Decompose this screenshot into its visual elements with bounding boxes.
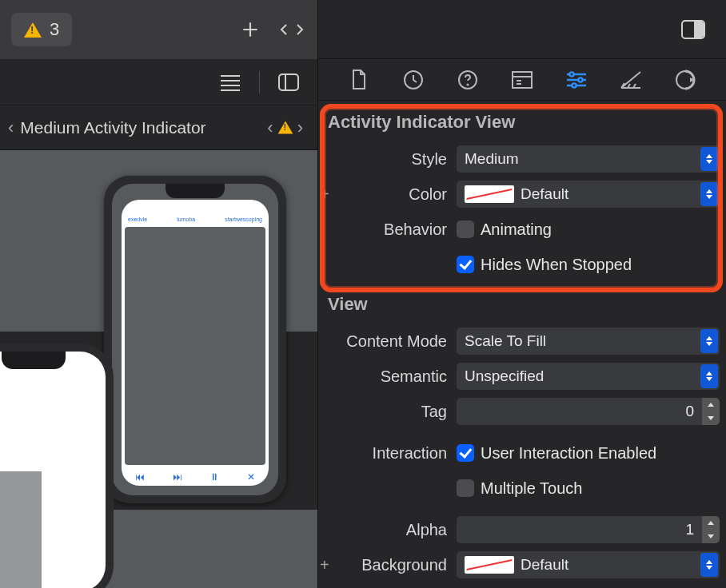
background-value: Default <box>521 556 568 574</box>
tag-label: Tag <box>325 403 449 421</box>
warning-icon <box>277 121 293 133</box>
user-interaction-label: User Interaction Enabled <box>481 444 656 463</box>
svg-rect-0 <box>279 74 298 90</box>
help-inspector-tab-icon[interactable] <box>457 69 479 91</box>
hides-when-stopped-checkbox[interactable] <box>457 256 474 273</box>
scene-phone-partial[interactable]: 이동 oding <box>0 352 106 588</box>
identity-inspector-tab-icon[interactable] <box>511 69 533 91</box>
popup-arrows-icon <box>700 147 718 171</box>
add-constraint-icon[interactable]: + <box>320 185 329 204</box>
breadcrumb-bar: ‹ Medium Activity Indicator ‹ › <box>0 105 317 150</box>
svg-point-5 <box>569 72 573 76</box>
breadcrumb-back-icon[interactable]: ‹ <box>8 119 14 137</box>
popup-arrows-icon <box>700 553 718 577</box>
warning-icon <box>24 22 42 38</box>
phone-body-preview <box>125 227 265 465</box>
canvas-pane: 3 ‹ Medium Activity Indicator ‹ › <box>0 0 317 588</box>
style-label: Style <box>325 150 449 169</box>
animating-checkbox[interactable] <box>457 220 474 238</box>
issues-pill[interactable]: 3 <box>11 13 72 46</box>
semantic-value: Unspecified <box>465 368 544 385</box>
svg-rect-4 <box>513 72 532 88</box>
phone-top-links: exedvlelumobastartwescoping <box>122 200 269 224</box>
style-popup[interactable]: Medium <box>457 145 720 173</box>
color-popup[interactable]: Default <box>457 181 720 208</box>
color-value: Default <box>521 185 568 203</box>
style-value: Medium <box>465 150 519 168</box>
content-mode-value: Scale To Fill <box>465 332 546 350</box>
align-icon[interactable] <box>216 68 245 97</box>
background-popup[interactable]: Default <box>457 551 720 578</box>
color-well-icon[interactable] <box>465 556 514 574</box>
popup-arrows-icon <box>700 329 718 353</box>
alpha-field[interactable]: 1 <box>457 516 702 543</box>
size-inspector-tab-icon[interactable] <box>620 69 642 91</box>
phone-notch <box>2 352 66 369</box>
color-label: + Color <box>325 185 449 204</box>
tag-field[interactable]: 0 <box>457 398 702 425</box>
semantic-popup[interactable]: Unspecified <box>457 363 720 390</box>
multiple-touch-label: Multiple Touch <box>481 479 582 498</box>
file-inspector-tab-icon[interactable] <box>348 69 370 91</box>
canvas-ruler-bar <box>0 59 317 105</box>
breadcrumb-prev-icon[interactable]: ‹ <box>267 119 273 137</box>
alpha-stepper[interactable] <box>702 516 720 543</box>
popup-arrows-icon <box>700 364 718 388</box>
svg-point-6 <box>578 77 582 81</box>
compare-icon[interactable] <box>277 15 306 44</box>
phone-tabbar: ⏮⏭⏸✕ <box>122 468 269 486</box>
content-mode-label: Content Mode <box>325 332 449 351</box>
color-well-icon[interactable] <box>465 185 514 203</box>
issues-count: 3 <box>50 19 59 40</box>
breadcrumb-title[interactable]: Medium Activity Indicator <box>20 118 205 137</box>
history-inspector-tab-icon[interactable] <box>402 69 425 91</box>
canvas-toolbar: 3 <box>0 0 317 59</box>
interaction-label: Interaction <box>325 444 449 463</box>
scene-phone-frame[interactable]: exedvlelumobastartwescoping ⏮⏭⏸✕ <box>104 176 286 503</box>
behavior-label: Behavior <box>325 220 449 239</box>
multiple-touch-checkbox[interactable] <box>457 479 474 497</box>
add-icon[interactable] <box>236 15 265 44</box>
user-interaction-checkbox[interactable] <box>457 444 474 462</box>
attributes-inspector-tab-icon[interactable] <box>565 69 588 91</box>
animating-label: Animating <box>481 220 552 239</box>
alpha-label: Alpha <box>325 521 449 539</box>
svg-point-7 <box>572 83 576 87</box>
background-label: + Background <box>325 556 449 574</box>
inspector-tabs <box>318 59 726 101</box>
popup-arrows-icon <box>700 182 718 206</box>
connections-inspector-tab-icon[interactable] <box>674 69 696 91</box>
semantic-label: Semantic <box>325 368 449 386</box>
layout-panel-icon[interactable] <box>274 68 303 97</box>
add-constraint-icon[interactable]: + <box>320 556 329 574</box>
inspector-topbar <box>318 0 726 59</box>
hides-when-stopped-label: Hides When Stopped <box>481 256 632 274</box>
inspector-body: Activity Indicator View Style Medium + C… <box>318 101 726 588</box>
content-mode-popup[interactable]: Scale To Fill <box>457 328 720 355</box>
section-activity-indicator: Activity Indicator View <box>325 101 720 141</box>
storyboard-canvas[interactable]: exedvlelumobastartwescoping ⏮⏭⏸✕ 이동 odin… <box>0 150 317 588</box>
divider <box>259 71 260 93</box>
section-view: View <box>325 283 720 323</box>
breadcrumb-next-icon[interactable]: › <box>297 119 303 137</box>
phone-notch <box>166 184 225 198</box>
svg-point-3 <box>467 84 468 85</box>
inspector-pane: Activity Indicator View Style Medium + C… <box>317 0 726 588</box>
toggle-inspector-icon[interactable] <box>681 20 705 39</box>
partial-view <box>0 471 42 588</box>
tag-stepper[interactable] <box>702 398 720 425</box>
